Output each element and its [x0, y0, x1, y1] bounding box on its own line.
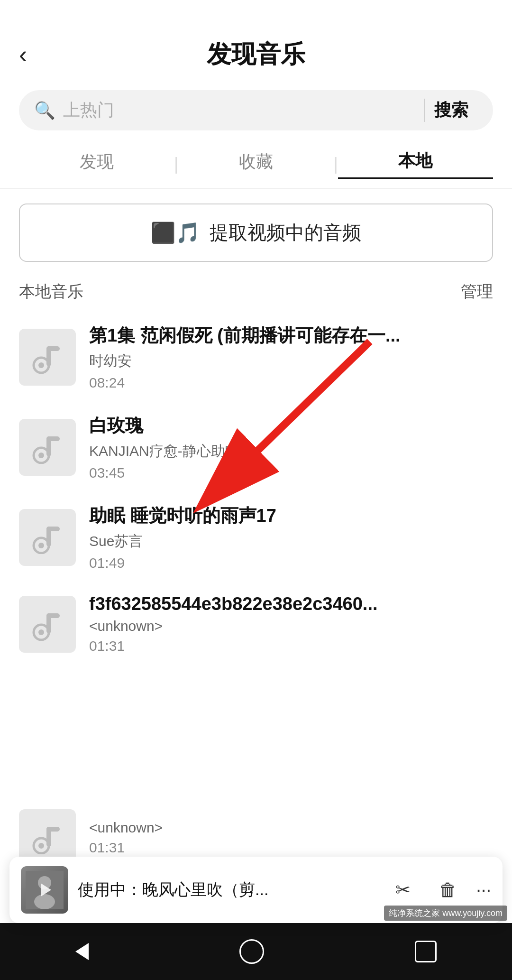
- search-input[interactable]: 上热门: [63, 99, 417, 122]
- music-thumbnail: [19, 596, 76, 653]
- music-name: 第1集 范闲假死 (前期播讲可能存在一...: [89, 324, 493, 348]
- tab-bar: 发现 | 收藏 | 本地: [0, 140, 512, 189]
- music-name: 助眠 睡觉时听的雨声17: [89, 504, 493, 528]
- tab-favorites[interactable]: 收藏: [178, 150, 333, 178]
- music-item[interactable]: 助眠 睡觉时听的雨声17 Sue苏言 01:49: [0, 492, 512, 582]
- svg-point-5: [38, 453, 44, 458]
- delete-button[interactable]: 🗑: [430, 880, 466, 900]
- navigation-bar: [0, 923, 512, 980]
- music-thumbnail: [19, 329, 76, 386]
- music-thumbnail: [19, 419, 76, 476]
- music-list: 第1集 范闲假死 (前期播讲可能存在一... 时幼安 08:24 白玫瑰 KAN…: [0, 312, 512, 666]
- music-artist: <unknown>: [89, 618, 493, 634]
- more-options-button[interactable]: ···: [476, 880, 491, 900]
- play-button[interactable]: [41, 883, 51, 897]
- music-item[interactable]: f3f632585544e3b822e38e2c3460... <unknown…: [0, 582, 512, 666]
- search-bar[interactable]: 🔍 上热门 搜索: [19, 90, 493, 130]
- music-item[interactable]: 白玫瑰 KANJIAN疗愈-静心助眠 03:45: [0, 402, 512, 492]
- svg-rect-3: [46, 346, 60, 351]
- back-arrow-icon: [75, 943, 89, 960]
- tiktok-music-icon: [31, 821, 64, 854]
- tab-divider-1: |: [174, 154, 178, 174]
- music-artist: 时幼安: [89, 351, 493, 371]
- home-circle-icon: [239, 939, 264, 964]
- tab-local[interactable]: 本地: [338, 149, 493, 179]
- svg-rect-15: [46, 613, 60, 618]
- music-name: f3f632585544e3b822e38e2c3460...: [89, 594, 493, 614]
- music-info: f3f632585544e3b822e38e2c3460... <unknown…: [89, 594, 493, 654]
- tiktok-music-icon: [31, 341, 64, 374]
- back-button[interactable]: ‹: [19, 40, 27, 69]
- nav-recents-button[interactable]: [415, 941, 437, 962]
- music-duration: 01:31: [89, 638, 493, 654]
- music-duration: 03:45: [89, 465, 493, 481]
- svg-rect-24: [46, 827, 60, 832]
- music-artist: KANJIAN疗愈-静心助眠: [89, 442, 493, 461]
- player-thumbnail: [21, 866, 68, 914]
- svg-rect-7: [46, 436, 60, 441]
- music-duration: 01:31: [89, 840, 493, 856]
- music-info: 助眠 睡觉时听的雨声17 Sue苏言 01:49: [89, 504, 493, 571]
- music-thumbnail: [19, 509, 76, 566]
- svg-point-1: [38, 362, 44, 368]
- scissors-button[interactable]: ✂: [386, 879, 420, 900]
- tiktok-music-icon: [31, 431, 64, 464]
- header: ‹ 发现音乐: [0, 28, 512, 81]
- tab-discover[interactable]: 发现: [19, 150, 174, 178]
- page-title: 发现音乐: [207, 38, 305, 71]
- tiktok-music-icon: [31, 521, 64, 554]
- music-item[interactable]: 第1集 范闲假死 (前期播讲可能存在一... 时幼安 08:24: [0, 312, 512, 402]
- player-title: 使用中：晚风心里吹（剪...: [78, 879, 376, 901]
- tab-divider-2: |: [334, 154, 338, 174]
- music-duration: 08:24: [89, 375, 493, 391]
- search-button[interactable]: 搜索: [424, 99, 478, 122]
- music-info: <unknown> 01:31: [89, 820, 493, 856]
- extract-video-button[interactable]: ⬛🎵 提取视频中的音频: [19, 203, 493, 262]
- music-artist: Sue苏言: [89, 532, 493, 551]
- music-artist: <unknown>: [89, 820, 493, 836]
- status-bar: [0, 0, 512, 28]
- music-duration: 01:49: [89, 555, 493, 571]
- extract-video-icon: ⬛🎵: [151, 221, 200, 244]
- search-icon: 🔍: [34, 101, 55, 120]
- nav-home-button[interactable]: [239, 939, 264, 964]
- section-header: 本地音乐 管理: [0, 276, 512, 312]
- svg-point-22: [38, 843, 44, 849]
- extract-video-label: 提取视频中的音频: [210, 220, 361, 246]
- watermark: 纯净系统之家 www.youjiy.com: [384, 906, 507, 921]
- music-info: 第1集 范闲假死 (前期播讲可能存在一... 时幼安 08:24: [89, 324, 493, 391]
- nav-back-button[interactable]: [75, 943, 89, 960]
- music-info: 白玫瑰 KANJIAN疗愈-静心助眠 03:45: [89, 414, 493, 481]
- recents-square-icon: [415, 941, 437, 962]
- section-title: 本地音乐: [19, 281, 83, 303]
- svg-point-9: [38, 543, 44, 548]
- music-name: 白玫瑰: [89, 414, 493, 438]
- svg-rect-11: [46, 527, 60, 531]
- manage-button[interactable]: 管理: [461, 281, 493, 303]
- tiktok-music-icon: [31, 608, 64, 641]
- svg-point-13: [38, 629, 44, 635]
